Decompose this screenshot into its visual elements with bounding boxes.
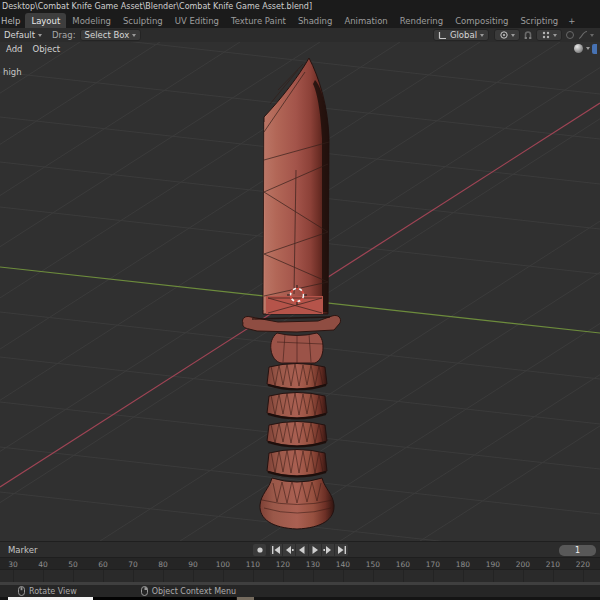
drag-tool-dropdown[interactable]: Select Box [80,29,142,41]
drag-label: Drag: [52,30,76,40]
status-hint-label: Rotate View [29,587,77,596]
ruler-tick: 140 [331,560,355,569]
previous-keyframe-button[interactable] [283,544,296,556]
pivot-point-icon [499,30,509,40]
ruler-tick: 40 [31,560,55,569]
tab-shading[interactable]: Shading [292,13,339,28]
dropdown-caret-icon [480,34,484,37]
ruler-tick: 70 [121,560,145,569]
viewport-shading-sphere-icon[interactable] [573,43,584,54]
next-keyframe-button[interactable] [322,544,335,556]
ruler-tick: 80 [151,560,175,569]
ruler-tick: 90 [181,560,205,569]
timeline-header: Marker 1 [0,541,600,557]
auto-keyframe-button[interactable] [253,544,266,556]
ruler-tick: 150 [361,560,385,569]
tab-modeling[interactable]: Modeling [66,13,117,28]
proportional-editing-icon [565,30,575,40]
pivot-point-dropdown[interactable] [494,29,520,41]
ruler-tick: 170 [421,560,445,569]
menu-marker[interactable]: Marker [0,545,45,555]
snap-target-dropdown[interactable] [536,29,562,41]
viewport-3d[interactable]: Add Object high [0,42,600,541]
dropdown-caret-icon [590,34,594,37]
ruler-tick: 60 [91,560,115,569]
current-frame-field[interactable]: 1 [559,545,596,556]
dropdown-caret-icon [553,34,557,37]
timeline-channels[interactable] [0,569,600,582]
ruler-tick: 160 [391,560,415,569]
tab-layout[interactable]: Layout [25,13,66,28]
mouse-middle-drag-icon [18,586,25,596]
dropdown-caret-icon [38,34,42,37]
ruler-tick: 220 [571,560,595,569]
tab-texture-paint[interactable]: Texture Paint [225,13,292,28]
status-bar: Rotate View Object Context Menu [0,585,600,597]
orientation-axes-icon [438,31,447,40]
menu-object[interactable]: Object [32,44,60,54]
snap-target-grid-icon [541,30,551,40]
tool-settings-bar: Default Drag: Select Box Global [0,28,600,42]
active-object-label: high [3,67,22,77]
tab-compositing[interactable]: Compositing [449,13,514,28]
status-hint-label: Object Context Menu [152,587,236,596]
dropdown-caret-icon[interactable] [586,47,590,50]
tab-animation[interactable]: Animation [338,13,393,28]
jump-to-start-button[interactable] [270,544,283,556]
play-button[interactable] [309,544,322,556]
ruler-tick: 130 [301,560,325,569]
ruler-tick: 50 [61,560,85,569]
tab-uv-editing[interactable]: UV Editing [169,13,225,28]
ruler-tick: 200 [511,560,535,569]
tab-sculpting[interactable]: Sculpting [117,13,169,28]
viewport-header: Add Object [6,44,60,54]
ruler-tick: 190 [481,560,505,569]
workspace-tabbar: Help Layout Modeling Sculpting UV Editin… [0,14,600,28]
ruler-tick: 100 [211,560,235,569]
menu-add[interactable]: Add [6,44,22,54]
viewport-scene [0,42,600,541]
falloff-curve-icon [578,30,588,40]
tab-rendering[interactable]: Rendering [394,13,449,28]
ruler-tick: 120 [271,560,295,569]
ruler-tick: 180 [451,560,475,569]
window-titlebar: Desktop\Combat Knife Game Asset\Blender\… [0,0,600,14]
ruler-tick: 30 [1,560,25,569]
play-reverse-button[interactable] [296,544,309,556]
proportional-falloff-dropdown[interactable] [578,30,594,40]
add-workspace-button[interactable]: + [564,13,579,28]
transform-orientation-dropdown[interactable]: Global [433,29,489,41]
editor-corner-icon [592,44,597,54]
ruler-tick: 110 [241,560,265,569]
jump-to-end-button[interactable] [335,544,348,556]
dropdown-caret-icon [511,34,515,37]
snap-toggle-button[interactable] [523,30,533,40]
blender-window: Desktop\Combat Knife Game Asset\Blender\… [0,0,600,600]
dropdown-caret-icon [132,34,136,37]
proportional-editing-toggle[interactable] [565,30,575,40]
window-title: Desktop\Combat Knife Game Asset\Blender\… [2,2,312,11]
tool-preset-dropdown[interactable]: Default [0,29,46,41]
tab-scripting[interactable]: Scripting [514,13,564,28]
mouse-right-click-icon [141,586,148,596]
timeline-ruler[interactable]: 30 40 50 60 70 80 90 100 110 120 130 140… [0,557,600,569]
ruler-tick: 210 [541,560,565,569]
menu-help[interactable]: Help [0,14,25,28]
playback-controls [253,544,348,556]
snap-magnet-icon [523,30,533,40]
